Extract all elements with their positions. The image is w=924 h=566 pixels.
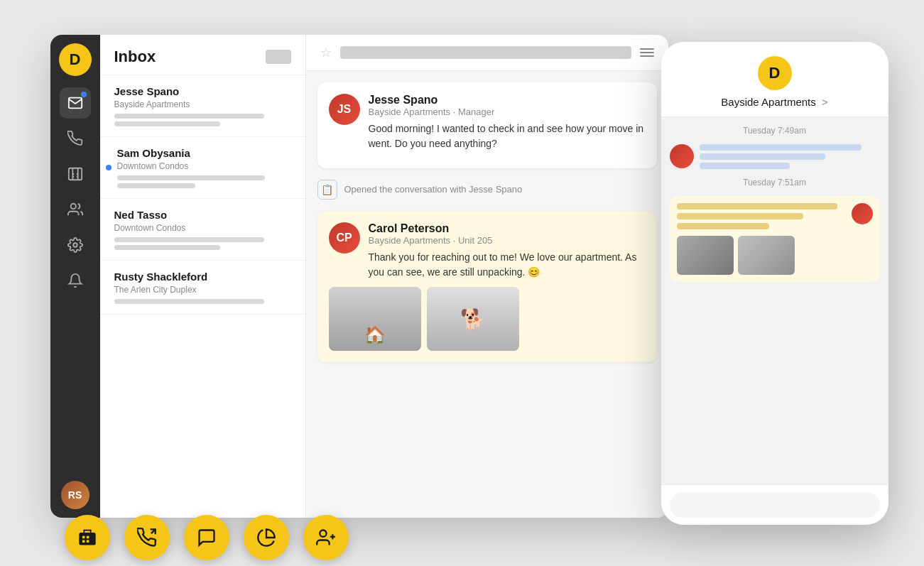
inbox-item-jesse[interactable]: Jesse Spano Bayside Apartments (100, 75, 305, 137)
svg-rect-3 (79, 533, 95, 545)
settings-icon (67, 237, 83, 253)
system-event-icon: 📋 (317, 180, 337, 200)
bottom-btn-calls[interactable] (124, 515, 170, 560)
phone-input-area (661, 484, 888, 525)
message-header: JS Jesse Spano Bayside Apartments · Mana… (329, 94, 646, 151)
message-sender-role: Bayside Apartments · Unit 205 (369, 235, 646, 246)
sidebar-user-avatar[interactable]: RS (61, 481, 89, 509)
phone-yellow-line-1 (677, 203, 837, 209)
star-button[interactable]: ☆ (320, 45, 332, 60)
phone-line-3 (700, 163, 790, 169)
conversation-messages: JS Jesse Spano Bayside Apartments · Mana… (306, 71, 668, 518)
contact-subtitle: Bayside Apartments (114, 99, 291, 109)
avatar-initials: RS (61, 481, 89, 509)
preview-line-2 (117, 183, 195, 188)
image-placeholder-2 (427, 287, 519, 351)
phone-mockup: D Bayside Apartments > Tuesday 7:49am Tu… (661, 42, 888, 525)
inbox-list: Jesse Spano Bayside Apartments Sam Obysa… (100, 75, 305, 518)
inbox-header: Inbox (100, 35, 305, 75)
phone-property-name[interactable]: Bayside Apartments > (721, 96, 827, 108)
carol-avatar: CP (329, 222, 360, 254)
scene: D (36, 21, 888, 546)
message-sender-name: Jesse Spano (369, 94, 646, 107)
contact-subtitle: Downtown Condos (114, 223, 291, 233)
phone-text-input[interactable] (670, 492, 880, 518)
sidebar-item-settings[interactable] (60, 229, 91, 261)
preview-lines (114, 237, 291, 250)
preview-line-2 (114, 121, 220, 126)
phone-icon (67, 131, 83, 146)
conversation-name-bar (340, 46, 631, 59)
bottom-btn-properties[interactable] (65, 515, 110, 560)
sidebar-item-building[interactable] (60, 158, 91, 190)
inbox-item-ned[interactable]: Ned Tasso Downtown Condos (100, 199, 305, 261)
message-carol: CP Carol Peterson Bayside Apartments · U… (317, 211, 657, 362)
preview-line-2 (114, 245, 220, 250)
phone-outgoing-content (677, 203, 846, 275)
svg-rect-5 (86, 535, 89, 538)
svg-point-1 (70, 203, 75, 208)
sidebar-item-notifications[interactable] (60, 265, 91, 296)
inbox-item-rusty[interactable]: Rusty Shackleford The Arlen City Duplex (100, 261, 305, 315)
sidebar: D (50, 35, 100, 518)
bottom-btn-add-contact[interactable] (303, 515, 349, 560)
preview-lines (117, 175, 291, 188)
message-jesse: JS Jesse Spano Bayside Apartments · Mana… (317, 82, 657, 168)
chat-bottom-icon (197, 528, 217, 548)
message-image-2 (427, 287, 519, 351)
building-icon (67, 166, 83, 182)
main-app: D (50, 35, 668, 518)
system-message-text: Opened the conversation with Jesse Spano (344, 184, 523, 195)
phone-yellow-line-2 (677, 213, 804, 219)
sidebar-item-contacts[interactable] (60, 194, 91, 225)
bottom-btn-analytics[interactable] (244, 515, 289, 560)
phone-sender-avatar (852, 203, 873, 224)
preview-line-1 (114, 299, 265, 304)
message-body: Good morning! I wanted to check in and s… (369, 121, 646, 151)
notification-dot (81, 92, 87, 97)
preview-line-1 (117, 175, 265, 180)
bottom-icon-bar (65, 515, 349, 560)
phone-line-1 (700, 144, 862, 151)
pie-chart-bottom-icon (256, 528, 276, 548)
contact-subtitle: The Arlen City Duplex (114, 285, 291, 295)
preview-lines (114, 299, 291, 304)
sidebar-nav (60, 87, 91, 475)
logo-button[interactable]: D (59, 43, 92, 76)
preview-lines (114, 114, 291, 126)
svg-rect-0 (68, 168, 81, 180)
contact-name: Sam Obysania (117, 147, 291, 159)
phone-image-2 (738, 236, 795, 275)
message-image-1 (329, 287, 421, 351)
phone-property-chevron: > (822, 96, 828, 108)
inbox-item-sam[interactable]: Sam Obysania Downtown Condos (100, 137, 305, 199)
message-sender-role: Bayside Apartments · Manager (369, 107, 646, 117)
contact-name: Jesse Spano (114, 85, 291, 97)
message-meta: Jesse Spano Bayside Apartments · Manager… (369, 94, 646, 151)
phone-header: D Bayside Apartments > (661, 42, 888, 117)
system-message: 📋 Opened the conversation with Jesse Spa… (317, 177, 657, 202)
inbox-icon (67, 95, 83, 111)
phone-logo: D (758, 56, 792, 90)
bottom-btn-messages[interactable] (184, 515, 229, 560)
inbox-menu-button[interactable] (266, 50, 291, 64)
contact-subtitle: Downtown Condos (117, 161, 291, 171)
svg-point-9 (320, 530, 326, 536)
message-header: CP Carol Peterson Bayside Apartments · U… (329, 222, 646, 280)
bell-icon (67, 273, 83, 288)
preview-line-1 (114, 237, 265, 242)
message-meta: Carol Peterson Bayside Apartments · Unit… (369, 222, 646, 280)
phone-message-images (677, 236, 846, 275)
phone-timestamp-1: Tuesday 7:49am (670, 126, 880, 136)
conversation-menu-button[interactable] (640, 48, 654, 57)
sidebar-item-phone[interactable] (60, 123, 91, 154)
svg-rect-7 (86, 540, 89, 543)
message-images (329, 287, 646, 351)
phone-body: Tuesday 7:49am Tuesday 7:51am (661, 117, 888, 484)
phone-image-1 (677, 236, 734, 275)
image-placeholder-1 (329, 287, 421, 351)
phone-message-bubble (700, 144, 880, 169)
avatar-placeholder: CP (329, 222, 360, 254)
phone-outgoing-message (670, 196, 880, 282)
sidebar-item-inbox[interactable] (60, 87, 91, 119)
